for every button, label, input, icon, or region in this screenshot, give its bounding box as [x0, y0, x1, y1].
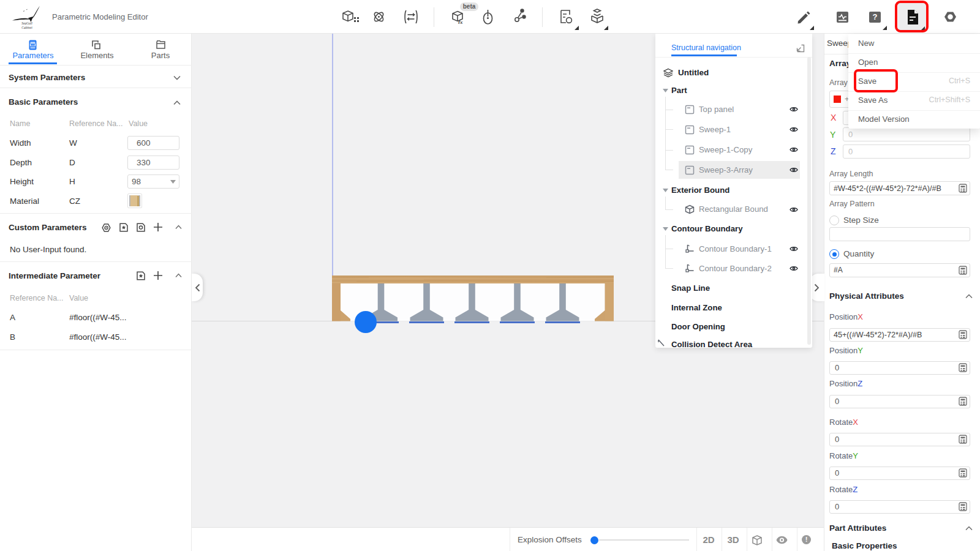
svg-text:fx: fx: [458, 19, 463, 24]
svg-text:Cabinet: Cabinet: [21, 26, 32, 29]
svg-text:SeaGull: SeaGull: [21, 21, 32, 25]
